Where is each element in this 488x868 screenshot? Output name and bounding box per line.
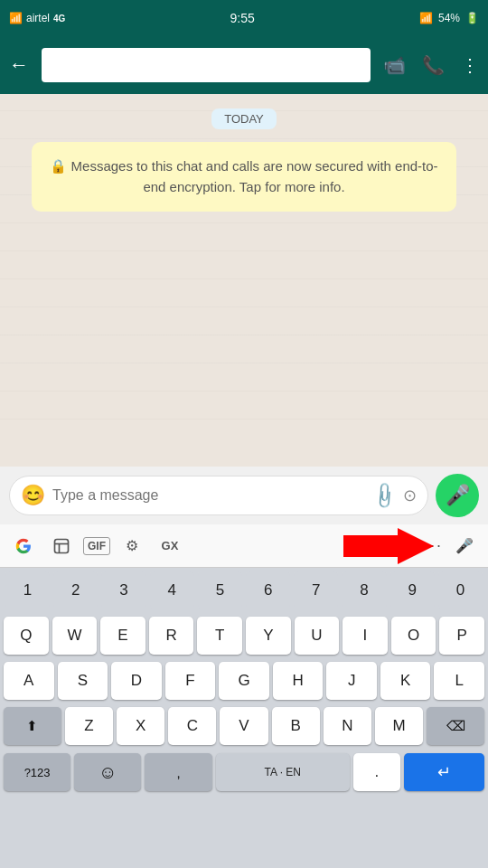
data-icon: 4G [53,14,65,24]
menu-button[interactable]: ⋮ [461,54,479,76]
translate-button[interactable]: GX [154,530,186,562]
message-input[interactable] [52,487,366,504]
key-7[interactable]: 7 [294,571,338,609]
bottom-row: ?123 ☺ , TA · EN . ↵ [0,749,488,796]
key-1[interactable]: 1 [5,571,50,609]
period-key[interactable]: . [353,753,400,791]
status-right: 📶 54% 🔋 [419,12,479,24]
status-time: 9:55 [230,11,255,25]
contact-name-box [42,48,371,82]
key-4[interactable]: 4 [150,571,194,609]
num-key[interactable]: ?123 [4,753,70,791]
status-bar: 📶 airtel 4G 9:55 📶 54% 🔋 [0,0,488,36]
call-button[interactable]: 📞 [422,54,445,76]
sticker-button[interactable] [45,530,78,562]
backspace-key[interactable]: ⌫ [427,707,484,745]
key-0[interactable]: 0 [438,571,483,609]
video-call-button[interactable]: 📹 [383,54,406,76]
key-n[interactable]: N [324,707,371,745]
chat-area: TODAY 🔒 Messages to this chat and calls … [0,94,488,447]
key-f[interactable]: F [165,662,216,700]
key-q[interactable]: Q [4,617,49,655]
kb-mic-button[interactable]: 🎤 [448,530,481,562]
key-9[interactable]: 9 [390,571,435,609]
key-s[interactable]: S [58,662,108,700]
mic-button[interactable]: 🎤 [436,474,479,517]
svg-rect-0 [55,539,69,552]
message-input-box: 😊 📎 ⊙ [9,476,428,515]
camera-button[interactable]: ⊙ [403,486,417,505]
key-t[interactable]: T [197,617,242,655]
row-asdf: A S D F G H J K L [0,658,488,703]
key-y[interactable]: Y [246,617,291,655]
key-2[interactable]: 2 [53,571,98,609]
emoji-button[interactable]: 😊 [21,484,45,507]
input-area: 😊 📎 ⊙ 🎤 [0,467,488,524]
key-6[interactable]: 6 [246,571,290,609]
key-l[interactable]: L [434,662,484,700]
top-icons: 📹 📞 ⋮ [383,54,479,76]
key-x[interactable]: X [117,707,164,745]
keyboard-toolbar: GIF ⚙ GX ··· 🎤 [0,524,488,568]
gif-button[interactable]: GIF [83,537,110,555]
carrier-name: airtel [26,12,50,24]
key-o[interactable]: O [391,617,436,655]
comma-key[interactable]: , [145,753,211,791]
key-r[interactable]: R [149,617,194,655]
attach-button[interactable]: 📎 [369,480,400,512]
key-k[interactable]: K [380,662,431,700]
key-b[interactable]: B [272,707,320,745]
red-arrow-indicator [343,528,434,564]
key-5[interactable]: 5 [198,571,242,609]
date-badge: TODAY [211,108,277,129]
key-a[interactable]: A [4,662,54,700]
top-bar: ← 📹 📞 ⋮ [0,36,488,94]
key-i[interactable]: I [343,617,388,655]
key-g[interactable]: G [219,662,269,700]
svg-marker-3 [343,528,434,564]
key-p[interactable]: P [439,617,484,655]
wifi-icon: 📶 [419,12,433,24]
key-j[interactable]: J [326,662,377,700]
key-8[interactable]: 8 [342,571,386,609]
row-qwerty: Q W E R T Y U I O P [0,613,488,658]
emoji-key[interactable]: ☺ [74,753,141,791]
key-w[interactable]: W [52,617,98,655]
key-z[interactable]: Z [65,707,113,745]
back-button[interactable]: ← [9,53,29,77]
status-left: 📶 airtel 4G [9,12,65,24]
enter-key[interactable]: ↵ [404,753,484,791]
settings-button[interactable]: ⚙ [116,530,148,562]
key-c[interactable]: C [168,707,216,745]
key-u[interactable]: U [295,617,340,655]
key-v[interactable]: V [220,707,267,745]
language-switch-key[interactable]: TA · EN [216,753,350,791]
key-e[interactable]: E [100,617,145,655]
google-button[interactable] [7,530,40,562]
key-m[interactable]: M [375,707,423,745]
battery-level: 54% [438,12,460,24]
key-d[interactable]: D [111,662,162,700]
shift-key[interactable]: ⬆ [4,707,61,745]
keyboard: GIF ⚙ GX ··· 🎤 1 2 3 4 5 6 7 8 9 0 Q W E… [0,524,488,868]
number-row: 1 2 3 4 5 6 7 8 9 0 [0,568,488,613]
key-h[interactable]: H [273,662,324,700]
key-3[interactable]: 3 [101,571,145,609]
battery-icon: 🔋 [465,12,479,24]
encryption-notice[interactable]: 🔒 Messages to this chat and calls are no… [32,142,456,212]
signal-icon: 📶 [9,12,23,24]
row-zxcv: ⬆ Z X C V B N M ⌫ [0,703,488,749]
